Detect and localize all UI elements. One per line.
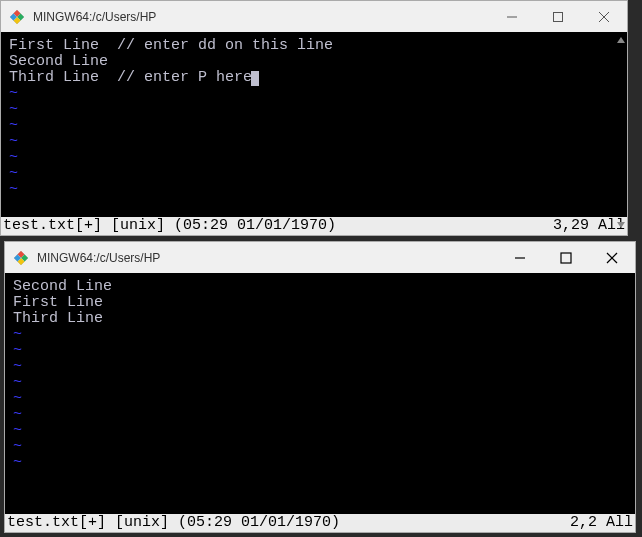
terminal-body[interactable]: First Line // enter dd on this lineSecon…	[1, 32, 627, 235]
svg-rect-17	[561, 253, 571, 263]
status-file: test.txt[+] [unix] (05:29 01/01/1970)	[7, 514, 570, 532]
maximize-button[interactable]	[543, 242, 589, 273]
editor-line: First Line // enter dd on this line	[1, 32, 627, 54]
cursor-icon	[251, 71, 259, 86]
empty-line-tilde: ~	[1, 182, 627, 198]
empty-line-tilde: ~	[5, 407, 635, 423]
editor-line: Third Line	[5, 311, 635, 327]
terminal-body[interactable]: Second LineFirst LineThird Line~~~~~~~~~…	[5, 273, 635, 532]
editor-line: Third Line // enter P here	[1, 70, 627, 86]
minimize-button[interactable]	[497, 242, 543, 273]
empty-line-tilde: ~	[1, 86, 627, 102]
empty-line-tilde: ~	[1, 102, 627, 118]
scrollbar-up-icon[interactable]	[613, 32, 629, 48]
maximize-icon	[553, 12, 563, 22]
close-button[interactable]	[589, 242, 635, 273]
maximize-icon	[560, 252, 572, 264]
status-file: test.txt[+] [unix] (05:29 01/01/1970)	[3, 217, 553, 235]
editor-line: First Line	[5, 295, 635, 311]
empty-line-tilde: ~	[1, 134, 627, 150]
titlebar[interactable]: MINGW64:/c/Users/HP	[5, 242, 635, 273]
svg-marker-10	[617, 222, 625, 228]
window-title: MINGW64:/c/Users/HP	[33, 10, 489, 24]
editor-line: Second Line	[5, 273, 635, 295]
terminal-window-1: MINGW64:/c/Users/HP First Line // enter …	[0, 0, 628, 236]
close-button[interactable]	[581, 1, 627, 32]
svg-rect-6	[554, 12, 563, 21]
minimize-button[interactable]	[489, 1, 535, 32]
titlebar[interactable]: MINGW64:/c/Users/HP	[1, 1, 627, 32]
app-icon	[13, 250, 29, 266]
empty-line-tilde: ~	[1, 166, 627, 182]
empty-line-tilde: ~	[5, 359, 635, 375]
minimize-icon	[514, 252, 526, 264]
app-icon	[9, 9, 25, 25]
empty-line-tilde: ~	[5, 391, 635, 407]
vim-status-bar: test.txt[+] [unix] (05:29 01/01/1970) 3,…	[1, 217, 627, 235]
close-icon	[599, 12, 609, 22]
empty-line-tilde: ~	[5, 423, 635, 439]
empty-line-tilde: ~	[1, 118, 627, 134]
empty-line-tilde: ~	[5, 439, 635, 455]
maximize-button[interactable]	[535, 1, 581, 32]
empty-line-tilde: ~	[5, 375, 635, 391]
svg-marker-9	[617, 37, 625, 43]
empty-line-tilde: ~	[5, 455, 635, 471]
scrollbar-down-icon[interactable]	[613, 217, 629, 233]
empty-line-tilde: ~	[5, 343, 635, 359]
window-title: MINGW64:/c/Users/HP	[37, 251, 497, 265]
editor-line: Second Line	[1, 54, 627, 70]
vim-status-bar: test.txt[+] [unix] (05:29 01/01/1970) 2,…	[5, 514, 635, 532]
empty-line-tilde: ~	[5, 327, 635, 343]
status-position: 2,2 All	[570, 514, 633, 532]
empty-line-tilde: ~	[1, 150, 627, 166]
minimize-icon	[507, 12, 517, 22]
close-icon	[606, 252, 618, 264]
terminal-window-2: MINGW64:/c/Users/HP Second LineFirst Lin…	[4, 241, 636, 533]
